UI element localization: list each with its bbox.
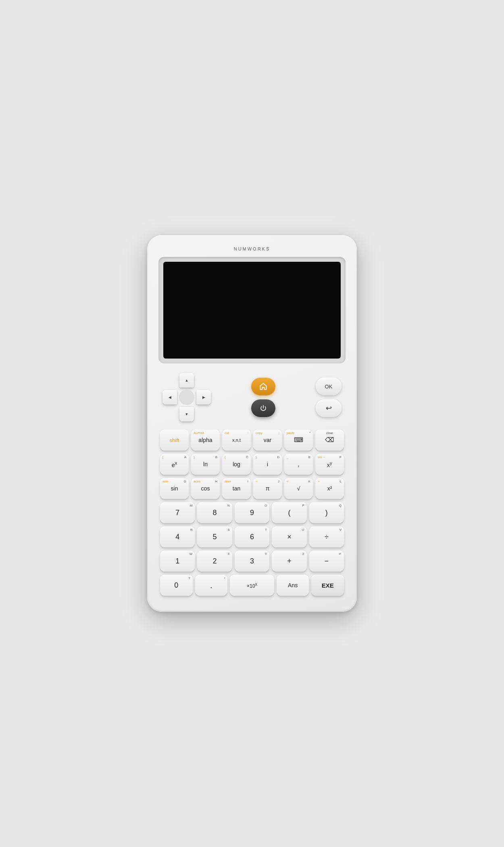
xnt-label: x,n,t <box>232 438 241 442</box>
key-divide-label: ÷ <box>325 533 329 540</box>
key-dot-label: . <box>210 581 212 589</box>
log-top: { <box>225 456 226 459</box>
cos-label: cos <box>201 486 210 491</box>
key-exe[interactable]: EXE <box>311 575 344 596</box>
comma-key[interactable]: _ E , <box>284 454 313 475</box>
xy-key[interactable]: sto→ F xy <box>315 454 344 475</box>
back-button[interactable]: ↩ <box>316 399 342 417</box>
sin-top: asin <box>162 480 169 483</box>
alpha-key[interactable]: ALPHA alpha <box>191 430 220 451</box>
log-top-right: C <box>246 456 248 459</box>
paste-icon: ⌨ <box>294 437 303 443</box>
key-2[interactable]: X 2 <box>197 551 232 572</box>
ok-label: OK <box>325 384 333 390</box>
key-9-label: 9 <box>250 509 254 516</box>
key-4[interactable]: R 4 <box>160 526 195 547</box>
key-plus[interactable]: Z + <box>272 551 306 572</box>
xnt-top: cut <box>225 432 229 435</box>
key-rparen-top-right: Q <box>339 504 342 507</box>
clear-key[interactable]: clear ⌫ <box>315 430 344 451</box>
key-1-label: 1 <box>175 557 179 565</box>
sin-top-right: G <box>184 480 186 483</box>
key-6[interactable]: T 6 <box>235 526 269 547</box>
dpad-left-button[interactable] <box>162 390 177 405</box>
i-label: i <box>267 461 268 467</box>
alpha-top: ALPHA <box>194 432 204 435</box>
key-1[interactable]: W 1 <box>160 551 195 572</box>
key-8[interactable]: N 8 <box>197 502 232 523</box>
xy-top: sto→ <box>318 456 325 459</box>
key-lparen-top-right: P <box>302 504 304 507</box>
key-dot-top-right: ! <box>224 577 225 580</box>
key-3[interactable]: Y 3 <box>235 551 269 572</box>
xy-top-right: F <box>339 456 342 459</box>
key-plus-label: + <box>287 557 292 565</box>
back-icon: ↩ <box>326 404 332 412</box>
key-minus[interactable]: ↵ − <box>309 551 344 572</box>
ln-key[interactable]: ] B ln <box>191 454 220 475</box>
dpad-down-button[interactable] <box>179 407 194 421</box>
ex-key[interactable]: [ A ex <box>160 454 189 475</box>
var-key[interactable]: copy ; var <box>253 430 282 451</box>
key-ans[interactable]: Ans <box>277 575 309 596</box>
dpad-up-button[interactable] <box>179 373 194 388</box>
key-7[interactable]: M 7 <box>160 502 195 523</box>
dpad <box>162 373 211 421</box>
cos-top: acos <box>194 480 200 483</box>
home-icon <box>259 382 267 390</box>
key-row-3: asin G sin acos H cos atan I tan = J π < <box>160 478 344 499</box>
key-9[interactable]: O 9 <box>235 502 269 523</box>
key-minus-label: − <box>325 557 329 565</box>
key-8-top-right: N <box>227 504 230 507</box>
x2-top: > <box>318 480 320 483</box>
screen-bezel <box>158 257 346 363</box>
cos-key[interactable]: acos H cos <box>191 478 220 499</box>
key-0[interactable]: ? 0 <box>160 575 193 596</box>
ex-label: ex <box>172 461 177 468</box>
key-lparen[interactable]: P ( <box>272 502 306 523</box>
key-multiply[interactable]: U × <box>272 526 306 547</box>
key-multiply-label: × <box>287 533 292 540</box>
dpad-right-button[interactable] <box>196 390 211 405</box>
key-dot[interactable]: ! . <box>195 575 228 596</box>
key-5[interactable]: S 5 <box>197 526 232 547</box>
key-exp[interactable]: ×10x <box>230 575 274 596</box>
key-divide[interactable]: V ÷ <box>309 526 344 547</box>
tan-top: atan <box>225 480 231 483</box>
tan-key[interactable]: atan I tan <box>222 478 251 499</box>
key-row-6: W 1 X 2 Y 3 Z + ↵ − <box>160 551 344 572</box>
key-5-label: 5 <box>213 533 217 540</box>
home-button[interactable] <box>251 378 275 395</box>
paste-top: paste <box>287 432 295 435</box>
paste-key[interactable]: paste " ⌨ <box>284 430 313 451</box>
log-key[interactable]: { C log <box>222 454 251 475</box>
key-rparen[interactable]: Q ) <box>309 502 344 523</box>
xy-label: xy <box>327 461 332 468</box>
sin-key[interactable]: asin G sin <box>160 478 189 499</box>
x2-top-right: L <box>340 480 342 483</box>
pi-key[interactable]: = J π <box>253 478 282 499</box>
x2-key[interactable]: > L x² <box>315 478 344 499</box>
key-2-top-right: X <box>227 553 229 556</box>
pi-label: π <box>266 486 270 491</box>
sqrt-key[interactable]: < K √ <box>284 478 313 499</box>
ln-top-right: B <box>215 456 217 459</box>
power-icon <box>260 405 267 412</box>
shift-key[interactable]: shift <box>160 430 189 451</box>
ok-button[interactable]: OK <box>316 378 342 395</box>
xnt-key[interactable]: cut : x,n,t <box>222 430 251 451</box>
var-top: copy <box>256 432 262 435</box>
key-6-label: 6 <box>250 533 254 540</box>
nav-center-buttons <box>251 378 275 417</box>
cos-top-right: H <box>215 480 217 483</box>
power-button[interactable] <box>251 399 275 417</box>
ex-top: [ <box>162 456 163 459</box>
comma-top-right: E <box>308 456 310 459</box>
x2-label: x² <box>327 486 332 491</box>
key-7-top-right: M <box>190 504 193 507</box>
i-key[interactable]: } D i <box>253 454 282 475</box>
key-0-top-right: ? <box>188 577 190 580</box>
key-exp-label: ×10x <box>247 582 257 588</box>
key-row-1: shift ALPHA alpha cut : x,n,t copy ; var… <box>160 430 344 451</box>
key-row-7: ? 0 ! . ×10x Ans EXE <box>160 575 344 596</box>
